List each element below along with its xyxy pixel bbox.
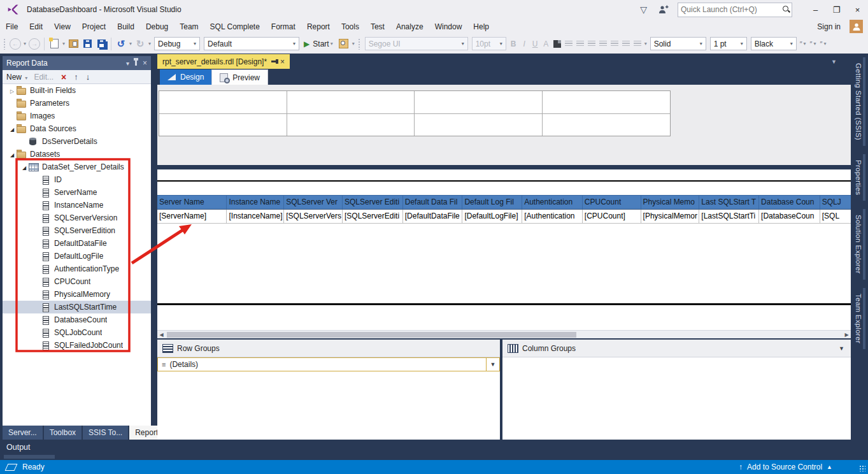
toolbar-drag-handle[interactable] (358, 38, 361, 50)
table-header-cell[interactable]: Authentication (522, 195, 583, 210)
table-value-cell[interactable]: [SQLServerVers (284, 210, 343, 224)
toolbar-overflow-dropdown[interactable]: ▾ (352, 41, 355, 47)
redo-button[interactable]: ↻ (134, 36, 146, 52)
table-value-cell[interactable]: [SQLServerEditi (343, 210, 403, 224)
tree-item[interactable]: SQLServerVersion (3, 212, 151, 224)
toolbar-drag-handle[interactable] (3, 38, 6, 50)
grouping-options-dropdown-icon[interactable]: ▼ (839, 345, 844, 352)
format-overflow-dropdown[interactable]: ▾ (644, 41, 647, 47)
new-dropdown-button[interactable]: New ▾ (6, 73, 29, 82)
empty-table-grid[interactable] (159, 90, 671, 136)
tree-item[interactable]: SQLFailedJobCount (3, 339, 151, 352)
grid-cell[interactable] (287, 91, 415, 114)
avatar[interactable] (850, 20, 863, 33)
search-icon[interactable] (782, 5, 789, 14)
grid-cell[interactable] (415, 114, 543, 136)
table-header-cell[interactable]: Database Coun (759, 195, 820, 210)
document-close-icon[interactable]: × (280, 57, 285, 66)
table-value-cell[interactable]: [InstanceName] (227, 210, 284, 224)
tree-item[interactable]: Parameters (3, 97, 151, 110)
view-tab[interactable]: Preview (211, 69, 268, 85)
grid-cell[interactable] (543, 91, 671, 114)
document-pin-icon[interactable] (271, 61, 276, 62)
close-button[interactable]: × (847, 1, 868, 18)
table-header-cell[interactable]: Instance Name (227, 195, 284, 210)
table-header-cell[interactable]: SQLServer Ver (284, 195, 343, 210)
start-debug-button[interactable]: ▶Start▾ (304, 40, 334, 48)
table-header-cell[interactable]: SQLJ (820, 195, 851, 210)
align-center-button[interactable] (576, 41, 584, 47)
table-header-cell[interactable]: Server Name (157, 195, 227, 210)
notifications-funnel-icon[interactable]: ▽ (640, 4, 647, 15)
tree-expander-icon[interactable] (20, 162, 29, 171)
table-header-cell[interactable]: Default Log Fil (462, 195, 522, 210)
tree-item[interactable]: ServerName (3, 186, 151, 199)
table-header-cell[interactable]: SQLServer Editi (343, 195, 403, 210)
quick-launch-input[interactable] (678, 5, 782, 14)
tree-expander-icon[interactable] (8, 150, 17, 159)
scrollbar-thumb[interactable] (167, 332, 576, 338)
report-data-panel-header[interactable]: Report Data ▾ × (3, 56, 151, 70)
add-to-source-control-button[interactable]: ↑ Add to Source Control ▲ (739, 463, 832, 471)
table-header-cell[interactable]: Last SQLStart T (699, 195, 759, 210)
menu-item[interactable]: Report (301, 20, 336, 33)
tree-item[interactable]: SQLJobCount (3, 326, 151, 339)
menu-item[interactable]: Build (111, 20, 140, 33)
grid-cell[interactable] (159, 114, 287, 136)
save-all-button[interactable] (95, 36, 108, 52)
tree-item[interactable]: Datasets (3, 148, 151, 161)
output-panel-title[interactable]: Output (6, 443, 31, 452)
undo-button[interactable]: ↺ (115, 36, 127, 52)
tree-item[interactable]: ID (3, 173, 151, 186)
table-value-cell[interactable]: [PhysicalMemor (641, 210, 700, 224)
menu-item[interactable]: Team (174, 20, 204, 33)
tree-item[interactable]: PhysicalMemory (3, 288, 151, 301)
table-header-cell[interactable]: CPUCount (583, 195, 641, 210)
menu-item[interactable]: File (0, 20, 24, 33)
sign-in-link[interactable]: Sign in (817, 22, 841, 31)
auto-hide-tool-tab[interactable]: Team Explorer (854, 288, 865, 349)
design-pane-splitter[interactable] (157, 165, 851, 169)
tree-item[interactable]: Images (3, 110, 151, 122)
add-existing-item-button[interactable] (67, 36, 80, 52)
border-picker-button[interactable]: ″▾ (800, 40, 808, 48)
move-down-icon[interactable]: ↓ (86, 72, 90, 82)
tree-item[interactable]: LastSQLStartTime (3, 301, 151, 313)
find-in-code-button[interactable] (338, 36, 350, 52)
tablix-data-region[interactable]: Server NameInstance NameSQLServer VerSQL… (157, 195, 851, 224)
table-value-cell[interactable]: [CPUCount] (583, 210, 641, 224)
window-position-dropdown-icon[interactable]: ▾ (126, 60, 129, 67)
tree-item[interactable]: DefaultDataFile (3, 237, 151, 250)
table-value-cell[interactable]: [ServerName] (157, 210, 227, 224)
save-button[interactable] (81, 36, 94, 52)
document-tab[interactable]: rpt_server_details.rdl [Design]* × (157, 54, 290, 69)
table-value-cell[interactable]: [SQL (820, 210, 851, 224)
minimize-button[interactable]: – (805, 1, 826, 18)
menu-item[interactable]: Format (266, 20, 301, 33)
border-picker-button[interactable]: ″▾ (810, 40, 818, 48)
row-group-details-item[interactable]: ≡ (Details) ▼ (157, 357, 500, 371)
menu-item[interactable]: Tools (336, 20, 365, 33)
grid-cell[interactable] (159, 91, 287, 114)
navigate-forward-button[interactable]: → (28, 36, 41, 52)
new-item-dropdown[interactable]: ▾ (62, 41, 65, 47)
edit-button[interactable]: Edit... (34, 73, 53, 82)
menu-item[interactable]: Edit (24, 20, 48, 33)
menu-item[interactable]: Analyze (390, 20, 429, 33)
navigate-back-button[interactable]: ← (9, 36, 22, 52)
table-value-cell[interactable]: [DefaultLogFile] (462, 210, 522, 224)
delete-icon[interactable]: × (61, 72, 66, 82)
quick-launch-box[interactable] (678, 3, 792, 17)
auto-hide-tool-tab[interactable]: Getting Started (SSIS) (854, 57, 865, 146)
italic-button[interactable]: I (519, 40, 530, 48)
document-list-dropdown-icon[interactable]: ▼ (831, 59, 837, 65)
menu-item[interactable]: SQL Complete (204, 20, 266, 33)
debug-target-combo[interactable]: Debug▾ (154, 37, 200, 50)
menu-item[interactable]: Debug (140, 20, 174, 33)
table-value-cell[interactable]: [DefaultDataFile (403, 210, 463, 224)
tree-expander-icon[interactable] (8, 86, 17, 95)
menu-item[interactable]: Project (76, 20, 111, 33)
table-value-cell[interactable]: [DatabaseCoun (759, 210, 820, 224)
panel-tab[interactable]: SSIS To... (83, 426, 128, 440)
panel-tab[interactable]: Server... (3, 426, 43, 440)
